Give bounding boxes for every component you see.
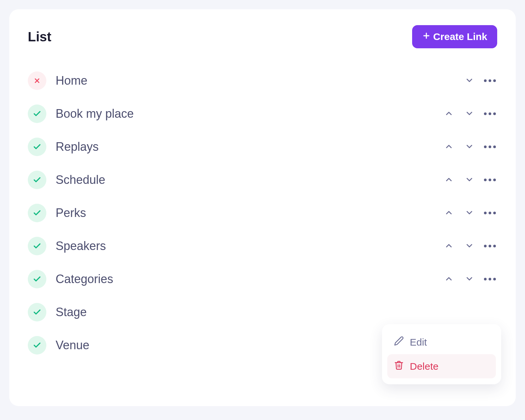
- delete-label: Delete: [410, 361, 439, 372]
- more-menu-button[interactable]: [483, 272, 497, 286]
- list-item-label: Schedule: [56, 173, 442, 187]
- move-down-button[interactable]: [462, 106, 477, 121]
- list-item: Book my place: [28, 97, 497, 130]
- list-item: Stage: [28, 296, 497, 329]
- chevron-up-icon: [444, 241, 453, 251]
- chevron-up-icon: [444, 175, 453, 185]
- plus-icon: [422, 31, 431, 42]
- move-down-button[interactable]: [462, 73, 477, 88]
- move-up-button[interactable]: [442, 239, 456, 253]
- chevron-up-icon: [444, 208, 453, 218]
- list-item-label: Categories: [56, 272, 442, 286]
- more-menu-button[interactable]: [483, 73, 497, 88]
- chevron-up-icon: [444, 142, 453, 152]
- move-up-button[interactable]: [442, 106, 456, 121]
- delete-menu-item[interactable]: Delete: [387, 354, 496, 378]
- check-icon[interactable]: [28, 303, 46, 321]
- more-menu-button[interactable]: [483, 173, 497, 187]
- list-item: Home: [28, 64, 497, 97]
- list-item-label: Speakers: [56, 239, 442, 253]
- list-item-label: Stage: [56, 305, 497, 319]
- row-actions: [442, 106, 497, 121]
- move-up-button[interactable]: [442, 272, 456, 286]
- move-up-button[interactable]: [442, 173, 456, 187]
- chevron-up-icon: [444, 274, 453, 284]
- list-item-label: Home: [56, 74, 462, 88]
- move-up-button[interactable]: [442, 206, 456, 220]
- list-item-label: Book my place: [56, 107, 442, 121]
- move-down-button[interactable]: [462, 140, 477, 154]
- chevron-down-icon: [465, 274, 474, 284]
- edit-label: Edit: [410, 337, 427, 348]
- x-icon[interactable]: [28, 71, 46, 90]
- row-actions: [442, 239, 497, 253]
- row-actions: [442, 206, 497, 220]
- list-card: List Create Link HomeBook my placeReplay…: [9, 9, 516, 406]
- trash-icon: [394, 360, 404, 372]
- move-down-button[interactable]: [462, 272, 477, 286]
- more-menu-button[interactable]: [483, 106, 497, 121]
- list-item: Categories: [28, 263, 497, 296]
- list-item: Replays: [28, 130, 497, 163]
- chevron-up-icon: [444, 109, 453, 119]
- create-link-button[interactable]: Create Link: [412, 25, 497, 48]
- move-down-button[interactable]: [462, 173, 477, 187]
- more-menu-button[interactable]: [483, 140, 497, 154]
- more-menu-button[interactable]: [483, 239, 497, 253]
- move-up-button[interactable]: [442, 140, 456, 154]
- chevron-down-icon: [465, 208, 474, 218]
- row-menu-dropdown: Edit Delete: [382, 324, 501, 384]
- row-actions: [442, 173, 497, 187]
- row-actions: [442, 140, 497, 154]
- more-menu-button[interactable]: [483, 206, 497, 220]
- link-list: HomeBook my placeReplaysSchedulePerksSpe…: [28, 64, 497, 362]
- chevron-down-icon: [465, 142, 474, 152]
- list-item: Schedule: [28, 163, 497, 196]
- page-title: List: [28, 29, 51, 44]
- check-icon[interactable]: [28, 336, 46, 355]
- check-icon[interactable]: [28, 138, 46, 156]
- row-actions: [442, 272, 497, 286]
- list-item-label: Perks: [56, 206, 442, 220]
- chevron-down-icon: [465, 109, 474, 119]
- row-actions: [462, 73, 497, 88]
- check-icon[interactable]: [28, 270, 46, 288]
- list-item: Speakers: [28, 230, 497, 263]
- create-link-label: Create Link: [433, 31, 487, 42]
- move-down-button[interactable]: [462, 206, 477, 220]
- card-header: List Create Link: [28, 25, 497, 48]
- check-icon[interactable]: [28, 105, 46, 123]
- edit-menu-item[interactable]: Edit: [387, 330, 496, 354]
- check-icon[interactable]: [28, 171, 46, 189]
- list-item: Perks: [28, 196, 497, 230]
- pencil-icon: [394, 336, 404, 348]
- chevron-down-icon: [465, 175, 474, 185]
- check-icon[interactable]: [28, 237, 46, 255]
- chevron-down-icon: [465, 241, 474, 251]
- check-icon[interactable]: [28, 204, 46, 222]
- move-down-button[interactable]: [462, 239, 477, 253]
- chevron-down-icon: [465, 76, 474, 86]
- list-item-label: Replays: [56, 140, 442, 154]
